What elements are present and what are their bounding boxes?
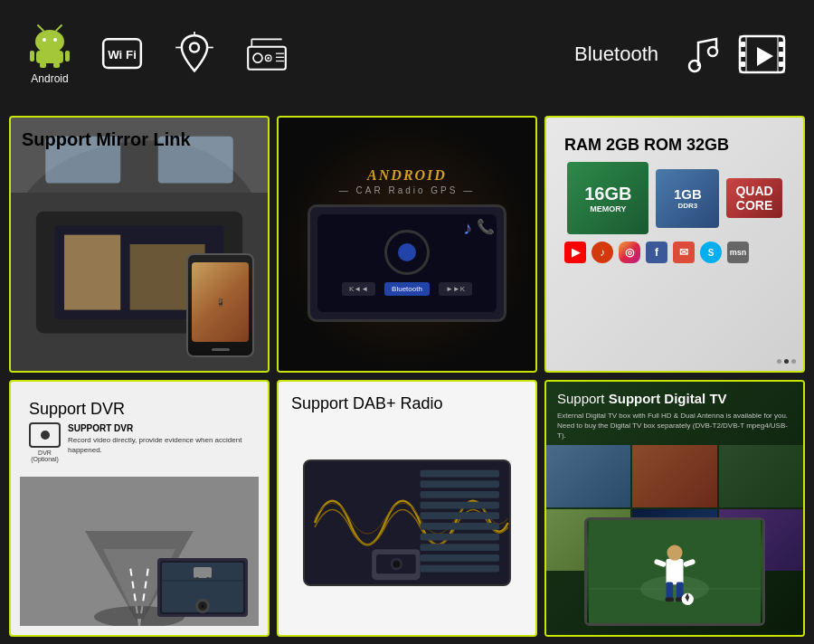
svg-point-2 xyxy=(53,38,57,42)
svg-text:Wi Fi: Wi Fi xyxy=(108,48,137,62)
dot-1 xyxy=(777,359,781,364)
svg-rect-40 xyxy=(64,235,120,310)
svg-rect-76 xyxy=(667,559,684,585)
memory-label: MEMORY xyxy=(590,204,626,213)
ram-title: RAM 2GB ROM 32GB xyxy=(564,136,785,155)
app-icons-row: ▶ ♪ ◎ f ✉ S msn xyxy=(564,242,785,263)
dvr-sub: DVR(Optional) SUPPORT DVR Record video d… xyxy=(29,422,250,462)
skype-icon: S xyxy=(700,242,722,263)
quad-core-badge: QUADCORE xyxy=(726,178,781,218)
video-icon xyxy=(737,32,787,77)
memory-chip: 16GB MEMORY xyxy=(567,162,648,234)
wifi-icon-svg: Wi Fi xyxy=(99,32,145,77)
svg-rect-6 xyxy=(30,51,34,62)
tv-cell-1 xyxy=(546,445,630,507)
ddr-label: DDR3 xyxy=(677,202,697,210)
msn-icon: msn xyxy=(727,242,749,263)
svg-rect-60 xyxy=(421,480,499,488)
svg-rect-67 xyxy=(421,554,499,562)
svg-point-72 xyxy=(393,561,400,568)
header: Android Wi Fi xyxy=(0,0,814,109)
android-card-inner: ANDROID — CAR Radio GPS — K◄◄ Bluetooth … xyxy=(279,118,535,371)
svg-rect-32 xyxy=(741,62,745,67)
feature-grid: 📱 Support Mirror Link ANDROID — CAR Radi… xyxy=(0,109,814,644)
svg-rect-59 xyxy=(421,470,499,478)
svg-rect-68 xyxy=(421,565,499,573)
dvr-title: Support DVR xyxy=(29,400,250,419)
navigation-feature xyxy=(172,32,217,77)
svg-rect-63 xyxy=(421,512,499,519)
svg-point-21 xyxy=(267,57,270,60)
svg-rect-66 xyxy=(421,544,499,551)
wifi-feature: Wi Fi xyxy=(99,32,145,77)
dvr-card: Support DVR DVR(Optional) SUPPORT DVR Re… xyxy=(9,380,270,637)
tv-cell-2 xyxy=(632,445,716,507)
dab-title: Support DAB+ Radio xyxy=(291,394,523,413)
svg-rect-78 xyxy=(667,582,674,599)
svg-point-77 xyxy=(667,545,682,561)
android-feature: Android xyxy=(27,24,72,85)
ram-rom-card: RAM 2GB ROM 32GB 16GB MEMORY 1GB DDR3 QU… xyxy=(544,116,805,373)
svg-rect-31 xyxy=(741,52,745,57)
radio-icon-svg xyxy=(244,32,289,77)
instagram-icon: ◎ xyxy=(619,242,640,263)
music-app-icon: ♪ xyxy=(592,242,613,263)
android-car-radio-card: ANDROID — CAR Radio GPS — K◄◄ Bluetooth … xyxy=(277,116,537,373)
facebook-icon: f xyxy=(646,242,667,263)
youtube-icon: ▶ xyxy=(564,242,586,263)
dot-2 xyxy=(784,359,789,364)
svg-point-26 xyxy=(708,47,717,56)
dvr-description: Record video directly, provide evidence … xyxy=(68,435,250,455)
svg-rect-34 xyxy=(779,52,783,57)
ddr-chip: 1GB DDR3 xyxy=(656,169,719,228)
svg-point-19 xyxy=(253,53,262,62)
ram-card-content: RAM 2GB ROM 32GB 16GB MEMORY 1GB DDR3 QU… xyxy=(555,127,794,272)
svg-marker-36 xyxy=(757,47,773,66)
svg-rect-64 xyxy=(421,523,499,530)
svg-rect-30 xyxy=(741,42,745,47)
android-label: Android xyxy=(31,72,68,85)
svg-point-0 xyxy=(35,30,64,53)
svg-rect-35 xyxy=(779,62,783,67)
dot-3 xyxy=(791,359,796,364)
dvr-text: SUPPORT DVR Record video directly, provi… xyxy=(68,422,250,455)
music-icon xyxy=(682,32,723,77)
mail-icon: ✉ xyxy=(673,242,695,263)
ddr-size: 1GB xyxy=(674,186,702,202)
svg-point-58 xyxy=(201,604,204,608)
soccer-display xyxy=(587,520,762,623)
navigation-icon-svg xyxy=(172,32,217,77)
svg-point-12 xyxy=(190,43,199,52)
svg-rect-62 xyxy=(421,502,499,509)
memory-size: 16GB xyxy=(584,184,631,204)
digital-tv-card: Support Support Digital TV External Digi… xyxy=(544,380,805,637)
chip-area: 16GB MEMORY 1GB DDR3 QUADCORE xyxy=(564,162,785,234)
svg-rect-53 xyxy=(194,567,212,578)
digital-tv-title: Support Support Digital TV xyxy=(557,391,727,406)
android-card-subtitle: — CAR Radio GPS — xyxy=(339,185,475,195)
radio-feature xyxy=(244,32,289,77)
svg-point-54 xyxy=(195,577,199,581)
svg-rect-61 xyxy=(421,491,499,498)
svg-line-3 xyxy=(38,25,43,31)
tv-cell-3 xyxy=(719,445,803,507)
tv-monitor xyxy=(584,517,765,626)
svg-rect-65 xyxy=(421,534,499,541)
bluetooth-label: Bluetooth xyxy=(574,43,658,66)
svg-rect-33 xyxy=(779,42,783,47)
dvr-bold-title: SUPPORT DVR xyxy=(68,422,250,435)
svg-line-4 xyxy=(56,25,62,31)
dab-radio-card: Support DAB+ Radio xyxy=(277,380,537,637)
mirror-link-title: Support Mirror Link xyxy=(22,128,191,150)
dots-indicator xyxy=(777,359,796,364)
android-icon xyxy=(27,24,72,69)
svg-rect-8 xyxy=(40,62,46,68)
svg-point-1 xyxy=(43,38,46,42)
svg-rect-5 xyxy=(36,51,63,63)
svg-rect-7 xyxy=(65,51,70,62)
svg-point-55 xyxy=(206,577,210,581)
android-card-title: ANDROID xyxy=(367,167,447,184)
mirror-link-card: 📱 Support Mirror Link xyxy=(9,116,270,373)
svg-rect-9 xyxy=(53,62,60,68)
svg-rect-80 xyxy=(666,598,675,602)
